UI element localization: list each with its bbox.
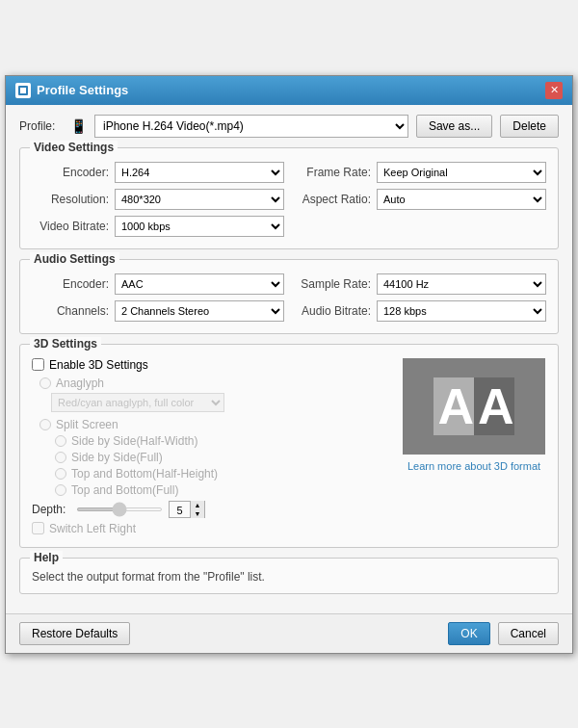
- delete-button[interactable]: Delete: [500, 115, 559, 138]
- depth-label: Depth:: [32, 503, 70, 516]
- settings-3d-content: Enable 3D Settings Anaglyph Red/cyan ana…: [32, 358, 546, 535]
- top-bottom-full-radio[interactable]: [55, 484, 66, 496]
- top-bottom-half-label: Top and Bottom(Half-Height): [71, 467, 218, 481]
- audio-encoder-select[interactable]: AAC: [115, 273, 284, 295]
- depth-row: Depth: 5 ▲ ▼: [32, 501, 392, 518]
- title-bar-left: Profile Settings: [15, 83, 128, 98]
- side-by-side-half-row: Side by Side(Half-Width): [32, 434, 392, 448]
- aspect-ratio-label: Aspect Ratio:: [294, 193, 371, 206]
- encoder-row: Encoder: H.264: [32, 162, 284, 183]
- anaglyph-row: Anaglyph: [32, 377, 392, 390]
- aa-text: A A: [434, 377, 513, 435]
- side-by-side-full-row: Side by Side(Full): [32, 451, 392, 464]
- aspect-ratio-select[interactable]: Auto: [377, 189, 546, 210]
- resolution-row: Resolution: 480*320: [32, 189, 284, 210]
- split-screen-label: Split Screen: [56, 418, 118, 431]
- side-by-side-full-label: Side by Side(Full): [71, 451, 163, 464]
- depth-spinner: 5 ▲ ▼: [169, 501, 205, 518]
- video-settings-title: Video Settings: [30, 141, 118, 154]
- dialog-title: Profile Settings: [37, 83, 128, 97]
- depth-up-button[interactable]: ▲: [191, 501, 204, 509]
- video-settings-section: Video Settings Encoder: H.264 Frame Rate…: [19, 147, 559, 249]
- side-by-side-half-label: Side by Side(Half-Width): [71, 434, 197, 448]
- switch-left-right-label: Switch Left Right: [49, 522, 136, 535]
- anaglyph-label: Anaglyph: [56, 377, 104, 390]
- top-bottom-half-row: Top and Bottom(Half-Height): [32, 467, 392, 481]
- sample-rate-row: Sample Rate: 44100 Hz: [294, 273, 546, 295]
- dialog-footer: Restore Defaults OK Cancel: [6, 613, 572, 653]
- enable-3d-label: Enable 3D Settings: [49, 358, 148, 372]
- ok-button[interactable]: OK: [448, 622, 489, 645]
- depth-slider[interactable]: [76, 507, 163, 511]
- settings-3d-section: 3D Settings Enable 3D Settings Anaglyph: [19, 344, 559, 548]
- save-as-button[interactable]: Save as...: [416, 115, 492, 138]
- enable-3d-checkbox[interactable]: [32, 358, 44, 371]
- audio-encoder-row: Encoder: AAC: [32, 273, 284, 295]
- help-title: Help: [30, 551, 63, 564]
- top-bottom-half-radio[interactable]: [55, 468, 66, 480]
- resolution-label: Resolution:: [32, 193, 109, 206]
- audio-encoder-label: Encoder:: [32, 277, 109, 291]
- help-text: Select the output format from the "Profi…: [32, 570, 546, 584]
- audio-bitrate-select[interactable]: 128 kbps: [377, 300, 546, 322]
- top-bottom-full-label: Top and Bottom(Full): [71, 483, 178, 497]
- encoder-select[interactable]: H.264: [115, 162, 284, 183]
- switch-left-right-checkbox[interactable]: [32, 522, 44, 534]
- top-bottom-full-row: Top and Bottom(Full): [32, 483, 392, 497]
- channels-label: Channels:: [32, 304, 109, 318]
- aspect-ratio-row: Aspect Ratio: Auto: [294, 189, 546, 210]
- close-button[interactable]: ✕: [545, 82, 563, 99]
- aa-right: A: [474, 377, 514, 435]
- video-settings-grid: Encoder: H.264 Frame Rate: Keep Original…: [32, 162, 546, 237]
- sample-rate-select[interactable]: 44100 Hz: [377, 273, 546, 295]
- aa-left: A: [434, 377, 474, 435]
- restore-defaults-button[interactable]: Restore Defaults: [19, 622, 130, 645]
- profile-select[interactable]: iPhone H.264 Video(*.mp4): [94, 115, 408, 138]
- settings-3d-title: 3D Settings: [30, 337, 101, 351]
- resolution-select[interactable]: 480*320: [115, 189, 284, 210]
- phone-icon: 📱: [70, 118, 87, 134]
- app-icon: [15, 83, 31, 98]
- audio-bitrate-label: Audio Bitrate:: [294, 304, 371, 318]
- split-screen-radio[interactable]: [39, 419, 51, 430]
- anaglyph-radio[interactable]: [39, 377, 51, 389]
- cancel-button[interactable]: Cancel: [498, 622, 559, 645]
- depth-spinner-buttons: ▲ ▼: [191, 501, 204, 518]
- anaglyph-select-row: Red/cyan anaglyph, full color: [32, 393, 392, 412]
- encoder-label: Encoder:: [32, 166, 109, 179]
- enable-3d-row: Enable 3D Settings: [32, 358, 392, 372]
- audio-settings-grid: Encoder: AAC Sample Rate: 44100 Hz Chann…: [32, 273, 546, 322]
- video-bitrate-select[interactable]: 1000 kbps: [115, 216, 284, 237]
- profile-row: Profile: 📱 iPhone H.264 Video(*.mp4) Sav…: [19, 115, 559, 138]
- depth-down-button[interactable]: ▼: [191, 509, 204, 518]
- split-screen-row: Split Screen: [32, 418, 392, 431]
- settings-3d-right: A A Learn more about 3D format: [402, 358, 546, 535]
- aa-preview: A A: [403, 358, 545, 455]
- frame-rate-select[interactable]: Keep Original: [377, 162, 546, 183]
- side-by-side-half-radio[interactable]: [55, 435, 66, 447]
- title-bar: Profile Settings ✕: [6, 76, 572, 105]
- channels-row: Channels: 2 Channels Stereo: [32, 300, 284, 322]
- depth-value: 5: [170, 502, 191, 517]
- sample-rate-label: Sample Rate:: [294, 277, 371, 291]
- profile-settings-dialog: Profile Settings ✕ Profile: 📱 iPhone H.2…: [5, 75, 573, 654]
- side-by-side-full-radio[interactable]: [55, 452, 66, 463]
- audio-settings-title: Audio Settings: [30, 252, 119, 266]
- audio-settings-section: Audio Settings Encoder: AAC Sample Rate:…: [19, 259, 559, 334]
- video-bitrate-row: Video Bitrate: 1000 kbps: [32, 216, 284, 237]
- switch-row: Switch Left Right: [32, 522, 392, 535]
- help-section: Help Select the output format from the "…: [19, 558, 559, 594]
- learn-more-link[interactable]: Learn more about 3D format: [407, 460, 540, 472]
- channels-select[interactable]: 2 Channels Stereo: [115, 300, 284, 322]
- anaglyph-type-select[interactable]: Red/cyan anaglyph, full color: [51, 393, 224, 412]
- footer-right-buttons: OK Cancel: [448, 622, 559, 645]
- dialog-body: Profile: 📱 iPhone H.264 Video(*.mp4) Sav…: [6, 105, 572, 613]
- audio-bitrate-row: Audio Bitrate: 128 kbps: [294, 300, 546, 322]
- video-bitrate-label: Video Bitrate:: [32, 220, 109, 233]
- frame-rate-label: Frame Rate:: [294, 166, 371, 179]
- frame-rate-row: Frame Rate: Keep Original: [294, 162, 546, 183]
- svg-rect-1: [20, 88, 26, 93]
- settings-3d-left: Enable 3D Settings Anaglyph Red/cyan ana…: [32, 358, 392, 535]
- profile-label: Profile:: [19, 119, 63, 133]
